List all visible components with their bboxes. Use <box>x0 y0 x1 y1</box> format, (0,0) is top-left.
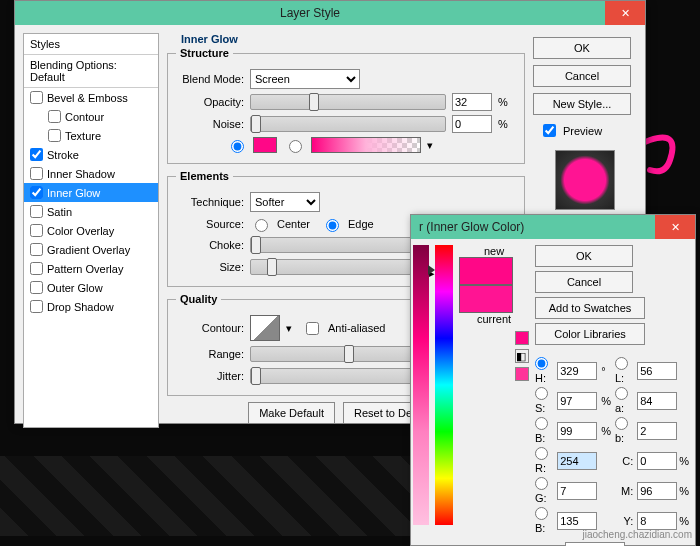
hue-slider-thumb[interactable] <box>428 265 435 275</box>
effect-checkbox[interactable] <box>30 224 43 237</box>
s-radio[interactable] <box>535 387 548 400</box>
color-libraries-button[interactable]: Color Libraries <box>535 323 645 345</box>
effect-item[interactable]: Drop Shadow <box>24 297 158 316</box>
make-default-button[interactable]: Make Default <box>248 402 335 424</box>
noise-input[interactable] <box>452 115 492 133</box>
technique-select[interactable]: Softer <box>250 192 320 212</box>
floor-texture <box>0 456 410 536</box>
b2-radio[interactable] <box>615 417 628 430</box>
glow-color-radio[interactable] <box>231 140 244 153</box>
structure-group: Structure Blend Mode: Screen Opacity: % … <box>167 47 525 164</box>
effect-checkbox[interactable] <box>30 167 43 180</box>
effect-item[interactable]: Satin <box>24 202 158 221</box>
bv-radio[interactable] <box>535 417 548 430</box>
a-radio[interactable] <box>615 387 628 400</box>
effect-item[interactable]: Inner Glow <box>24 183 158 202</box>
layer-style-titlebar[interactable]: Layer Style ✕ <box>15 1 645 25</box>
technique-label: Technique: <box>176 196 244 208</box>
choke-label: Choke: <box>176 239 244 251</box>
effect-checkbox[interactable] <box>30 186 43 199</box>
l-radio[interactable] <box>615 357 628 370</box>
contour-picker[interactable] <box>250 315 280 341</box>
opacity-input[interactable] <box>452 93 492 111</box>
new-style-button[interactable]: New Style... <box>533 93 631 115</box>
c-input[interactable] <box>637 452 677 470</box>
preview-swatch <box>555 150 615 210</box>
effect-item[interactable]: Contour <box>24 107 158 126</box>
b-radio[interactable] <box>535 507 548 520</box>
current-color-swatch[interactable] <box>459 285 513 313</box>
r-input[interactable] <box>557 452 597 470</box>
bv-input[interactable] <box>557 422 597 440</box>
effect-checkbox[interactable] <box>30 205 43 218</box>
cancel-button[interactable]: Cancel <box>535 271 633 293</box>
effect-checkbox[interactable] <box>30 300 43 313</box>
close-icon[interactable]: ✕ <box>655 215 695 239</box>
source-edge-radio[interactable] <box>326 219 339 232</box>
l-input[interactable] <box>637 362 677 380</box>
anti-aliased-checkbox[interactable] <box>306 322 319 335</box>
effect-item[interactable]: Bevel & Emboss <box>24 88 158 107</box>
panel-title: Inner Glow <box>181 33 525 45</box>
effect-checkbox[interactable] <box>30 262 43 275</box>
new-color-swatch[interactable] <box>459 257 513 285</box>
effect-item[interactable]: Inner Shadow <box>24 164 158 183</box>
warning-icon[interactable] <box>515 331 529 345</box>
effect-label: Drop Shadow <box>47 301 114 313</box>
color-picker-titlebar[interactable]: r (Inner Glow Color) ✕ <box>411 215 695 239</box>
close-icon[interactable]: ✕ <box>605 1 645 25</box>
effect-item[interactable]: Outer Glow <box>24 278 158 297</box>
styles-header[interactable]: Styles <box>24 34 158 55</box>
noise-slider[interactable] <box>250 116 446 132</box>
effect-checkbox[interactable] <box>30 243 43 256</box>
swatch-column: new current ◧ <box>459 245 529 546</box>
a-input[interactable] <box>637 392 677 410</box>
y-input[interactable] <box>637 512 677 530</box>
ok-button[interactable]: OK <box>535 245 633 267</box>
blend-mode-label: Blend Mode: <box>176 73 244 85</box>
cube-icon[interactable]: ◧ <box>515 349 529 363</box>
effect-checkbox[interactable] <box>48 110 61 123</box>
effect-item[interactable]: Pattern Overlay <box>24 259 158 278</box>
ok-button[interactable]: OK <box>533 37 631 59</box>
effect-item[interactable]: Color Overlay <box>24 221 158 240</box>
effect-label: Contour <box>65 111 104 123</box>
effect-checkbox[interactable] <box>30 281 43 294</box>
glow-color-swatch[interactable] <box>253 137 277 153</box>
effect-item[interactable]: Stroke <box>24 145 158 164</box>
opacity-slider[interactable] <box>250 94 446 110</box>
blend-mode-select[interactable]: Screen <box>250 69 360 89</box>
color-field-strip[interactable] <box>413 245 429 525</box>
hue-slider[interactable] <box>435 245 453 525</box>
effect-item[interactable]: Texture <box>24 126 158 145</box>
s-input[interactable] <box>557 392 597 410</box>
layer-style-title: Layer Style <box>15 6 605 20</box>
g-radio[interactable] <box>535 477 548 490</box>
h-input[interactable] <box>557 362 597 380</box>
g-input[interactable] <box>557 482 597 500</box>
source-center-radio[interactable] <box>255 219 268 232</box>
effect-checkbox[interactable] <box>30 148 43 161</box>
hex-input[interactable] <box>565 542 625 546</box>
b-input[interactable] <box>557 512 597 530</box>
color-picker-title: r (Inner Glow Color) <box>411 220 655 234</box>
websafe-icon[interactable] <box>515 367 529 381</box>
m-input[interactable] <box>637 482 677 500</box>
b2-input[interactable] <box>637 422 677 440</box>
chevron-down-icon[interactable]: ▾ <box>286 322 292 335</box>
color-value-fields: H: ° L: S: % a: B: % b: R: C: % G: M: % <box>535 357 689 534</box>
noise-label: Noise: <box>176 118 244 130</box>
add-swatches-button[interactable]: Add to Swatches <box>535 297 645 319</box>
effect-checkbox[interactable] <box>30 91 43 104</box>
preview-checkbox[interactable] <box>543 124 556 137</box>
cancel-button[interactable]: Cancel <box>533 65 631 87</box>
effect-item[interactable]: Gradient Overlay <box>24 240 158 259</box>
blending-options[interactable]: Blending Options: Default <box>24 55 158 88</box>
r-radio[interactable] <box>535 447 548 460</box>
chevron-down-icon[interactable]: ▾ <box>427 139 433 152</box>
glow-gradient-strip[interactable] <box>311 137 421 153</box>
effect-label: Satin <box>47 206 72 218</box>
glow-gradient-radio[interactable] <box>289 140 302 153</box>
effect-checkbox[interactable] <box>48 129 61 142</box>
h-radio[interactable] <box>535 357 548 370</box>
